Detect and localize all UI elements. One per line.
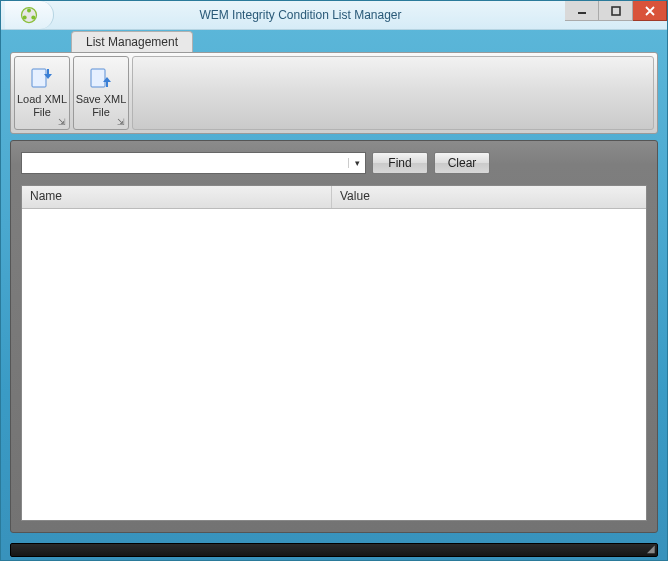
grid-body[interactable] [22,209,646,520]
tab-list-management[interactable]: List Management [71,31,193,52]
minimize-icon [577,6,587,16]
ribbon-tab-strip: List Management [1,30,667,52]
app-menu-button[interactable] [5,1,54,29]
svg-rect-6 [32,69,46,87]
status-bar: ◢ [10,543,658,557]
close-button[interactable] [633,1,667,21]
svg-rect-7 [91,69,105,87]
close-icon [645,6,655,16]
column-header-value[interactable]: Value [332,186,646,208]
search-input[interactable] [22,154,348,172]
search-row: ▾ Find Clear [21,151,647,175]
maximize-button[interactable] [599,1,633,21]
column-header-name[interactable]: Name [22,186,332,208]
search-combo[interactable]: ▾ [21,152,366,174]
title-bar: WEM Integrity Condition List Manager [1,1,667,30]
window-controls [565,1,667,21]
load-xml-button[interactable]: Load XML File ⇲ [14,56,70,130]
maximize-icon [611,6,621,16]
minimize-button[interactable] [565,1,599,21]
svg-rect-4 [578,12,586,14]
svg-point-1 [27,8,31,12]
chevron-down-icon[interactable]: ▾ [348,158,365,168]
ribbon-panel: Load XML File ⇲ Save XML File ⇲ [10,52,658,134]
save-file-icon [88,67,114,89]
find-button[interactable]: Find [372,152,428,174]
dialog-launcher-icon: ⇲ [117,117,125,127]
load-xml-label: Load XML File [17,93,67,118]
window-frame: WEM Integrity Condition List Manager Lis… [0,0,668,561]
app-icon [19,5,39,25]
grid-header: Name Value [22,186,646,209]
clear-button[interactable]: Clear [434,152,490,174]
svg-point-2 [23,16,27,20]
results-grid: Name Value [21,185,647,521]
svg-point-3 [31,16,35,20]
ribbon-filler [132,56,654,130]
dialog-launcher-icon: ⇲ [58,117,66,127]
content-panel: ▾ Find Clear Name Value [10,140,658,533]
save-xml-button[interactable]: Save XML File ⇲ [73,56,129,130]
svg-rect-5 [612,7,620,15]
load-file-icon [29,67,55,89]
save-xml-label: Save XML File [76,93,127,118]
resize-grip[interactable]: ◢ [643,543,655,555]
